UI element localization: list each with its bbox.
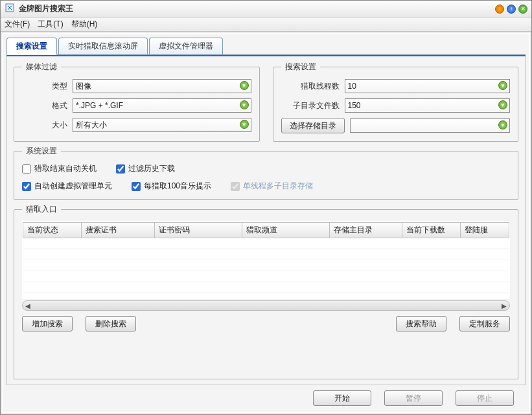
- music-tip-check[interactable]: 每猎取100音乐提示: [132, 181, 211, 192]
- pause-button[interactable]: 暂停: [384, 390, 443, 406]
- auto-create-unit-checkbox[interactable]: [22, 182, 31, 191]
- window-title: 金牌图片搜索王: [19, 3, 495, 14]
- single-thread-checkbox: [231, 182, 240, 191]
- format-label: 格式: [22, 100, 67, 111]
- tab-virtual-file-manager[interactable]: 虚拟文件管理器: [149, 38, 223, 55]
- auto-shutdown-checkbox[interactable]: [22, 164, 31, 174]
- threads-combo[interactable]: ▼: [345, 79, 511, 93]
- system-settings-group: 系统设置 猎取结束自动关机 过滤历史下载 自动创建虚拟管理单元: [14, 146, 518, 200]
- system-settings-legend: 系统设置: [22, 146, 61, 157]
- chevron-down-icon[interactable]: ▼: [498, 81, 507, 90]
- table-row: [23, 271, 509, 282]
- app-icon: [5, 3, 15, 15]
- menubar: 文件(F) 工具(T) 帮助(H): [1, 17, 531, 32]
- search-settings-group: 搜索设置 猎取线程数 ▼ 子目录文件数 ▼: [273, 62, 519, 142]
- horizontal-scrollbar[interactable]: ◀ ▶: [22, 300, 510, 311]
- entry-table-wrap[interactable]: 当前状态 搜索证书 证书密码 猎取频道 存储主目录 当前下载数 登陆服: [22, 221, 510, 299]
- format-input[interactable]: [73, 98, 251, 113]
- media-filter-legend: 媒体过滤: [22, 62, 61, 73]
- search-help-button[interactable]: 搜索帮助: [396, 316, 446, 331]
- col-status[interactable]: 当前状态: [23, 223, 82, 238]
- delete-search-button[interactable]: 删除搜索: [86, 316, 136, 331]
- single-thread-check: 单线程多子目录存储: [231, 181, 313, 192]
- choose-dir-button[interactable]: 选择存储目录: [281, 118, 345, 133]
- menu-file[interactable]: 文件(F): [5, 19, 30, 30]
- minimize-button[interactable]: ↓: [495, 5, 504, 14]
- client-area: 搜索设置 实时猎取信息滚动屏 虚拟文件管理器 媒体过滤 类型 ▼: [2, 33, 530, 413]
- table-row: [23, 260, 509, 271]
- subdir-files-combo[interactable]: ▼: [345, 98, 511, 113]
- chevron-down-icon[interactable]: ▼: [498, 120, 507, 129]
- chevron-down-icon[interactable]: ▼: [498, 100, 507, 109]
- col-cert[interactable]: 搜索证书: [82, 223, 155, 238]
- tabs: 搜索设置 实时猎取信息滚动屏 虚拟文件管理器: [6, 38, 526, 55]
- filter-history-check[interactable]: 过滤历史下载: [116, 163, 175, 174]
- close-button[interactable]: ✕: [518, 5, 527, 14]
- size-input[interactable]: [73, 118, 251, 132]
- music-tip-checkbox[interactable]: [132, 182, 141, 191]
- footer-buttons: 开始 暂停 停止: [6, 385, 526, 409]
- tab-body: 媒体过滤 类型 ▼ 格式 ▼: [6, 56, 526, 385]
- table-row: [23, 282, 509, 293]
- titlebar: 金牌图片搜索王 ↓ ↑ ✕: [1, 1, 531, 17]
- auto-create-unit-check[interactable]: 自动创建虚拟管理单元: [22, 181, 112, 192]
- app-window: 金牌图片搜索王 ↓ ↑ ✕ 文件(F) 工具(T) 帮助(H) 搜索设置 实时猎…: [0, 0, 532, 415]
- system-buttons: ↓ ↑ ✕: [495, 5, 527, 14]
- format-combo[interactable]: ▼: [73, 98, 251, 113]
- chevron-down-icon[interactable]: ▼: [240, 81, 249, 90]
- subdir-files-label: 子目录文件数: [281, 100, 340, 111]
- threads-input[interactable]: [345, 79, 511, 93]
- stop-button[interactable]: 停止: [456, 390, 514, 406]
- subdir-files-input[interactable]: [345, 98, 511, 113]
- entry-table: 当前状态 搜索证书 证书密码 猎取频道 存储主目录 当前下载数 登陆服: [23, 222, 509, 293]
- col-login[interactable]: 登陆服: [461, 223, 509, 238]
- tab-realtime-log[interactable]: 实时猎取信息滚动屏: [58, 38, 148, 55]
- entry-list-group: 猎取入口 当前状态 搜索证书 证书密码 猎取频道 存储主目录 当前下载数 登陆服: [14, 204, 518, 379]
- storage-dir-combo[interactable]: ▼: [350, 118, 511, 133]
- scroll-left-icon[interactable]: ◀: [23, 301, 33, 310]
- entry-list-legend: 猎取入口: [22, 204, 61, 215]
- col-store-dir[interactable]: 存储主目录: [329, 223, 402, 238]
- type-input[interactable]: [73, 79, 251, 93]
- storage-dir-input[interactable]: [350, 118, 511, 133]
- add-search-button[interactable]: 增加搜索: [22, 316, 73, 331]
- filter-history-checkbox[interactable]: [116, 164, 125, 174]
- chevron-down-icon[interactable]: ▼: [240, 100, 249, 109]
- size-label: 大小: [22, 120, 67, 131]
- size-combo[interactable]: ▼: [73, 118, 251, 132]
- auto-shutdown-check[interactable]: 猎取结束自动关机: [22, 163, 97, 174]
- custom-service-button[interactable]: 定制服务: [459, 316, 510, 331]
- start-button[interactable]: 开始: [313, 390, 371, 406]
- col-channel[interactable]: 猎取频道: [242, 223, 329, 238]
- tab-separator: [6, 54, 526, 56]
- search-settings-legend: 搜索设置: [281, 62, 320, 73]
- tab-search-settings[interactable]: 搜索设置: [6, 38, 57, 55]
- type-label: 类型: [22, 81, 67, 92]
- menu-tools[interactable]: 工具(T): [38, 19, 63, 30]
- table-row: [23, 249, 509, 260]
- type-combo[interactable]: ▼: [73, 79, 251, 93]
- threads-label: 猎取线程数: [281, 81, 340, 92]
- col-cert-pass[interactable]: 证书密码: [154, 223, 242, 238]
- col-download-count[interactable]: 当前下载数: [402, 223, 461, 238]
- table-row: [23, 238, 509, 249]
- maximize-button[interactable]: ↑: [507, 5, 516, 14]
- menu-help[interactable]: 帮助(H): [71, 19, 98, 30]
- media-filter-group: 媒体过滤 类型 ▼ 格式 ▼: [14, 62, 260, 142]
- scroll-right-icon[interactable]: ▶: [499, 301, 509, 310]
- chevron-down-icon[interactable]: ▼: [240, 120, 249, 129]
